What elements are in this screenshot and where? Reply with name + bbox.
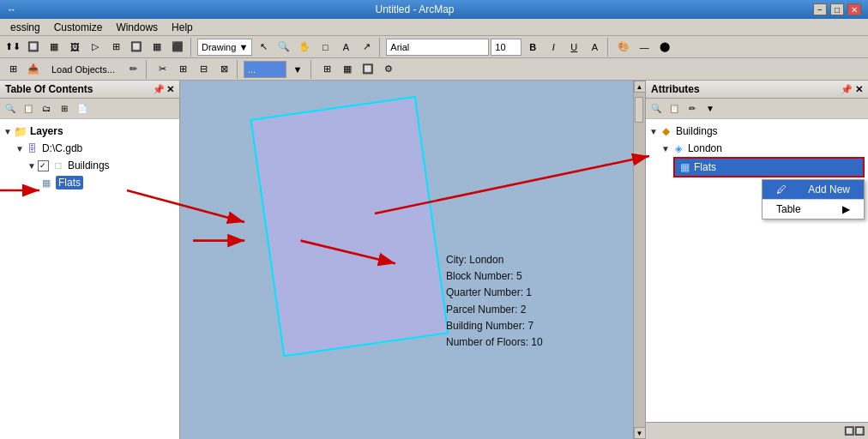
tb2-btn-8[interactable]: ▼ — [288, 60, 307, 79]
arrow-btn[interactable]: ↗ — [357, 38, 376, 57]
info-line-5: Building Number: 7 — [446, 318, 543, 334]
toc-layers-group[interactable]: ▼ 📁 Layers — [3, 123, 176, 140]
attr-pin-icon[interactable]: 📌 — [841, 84, 853, 95]
attr-item-buildings[interactable]: ▼ ◆ Buildings — [649, 123, 865, 140]
toc-close-btn[interactable]: ✕ — [166, 84, 174, 95]
tb2-btn-5[interactable]: ⊞ — [173, 60, 192, 79]
tb2-btn-1[interactable]: ⊞ — [3, 60, 22, 79]
toc-tb-btn-3[interactable]: 🗂 — [38, 100, 55, 117]
tool-btn-5[interactable]: ▷ — [86, 38, 105, 57]
buildings-expand-icon: ▼ — [27, 161, 36, 171]
layers-expand-icon: ▼ — [3, 127, 12, 136]
layers-folder-icon: 📁 — [14, 124, 27, 138]
toc-item-db[interactable]: ▼ 🗄 D:\C.gdb — [15, 140, 176, 157]
scroll-up-btn[interactable]: ▲ — [634, 81, 646, 93]
bold-btn[interactable]: B — [523, 38, 542, 57]
buildings-icon: □ — [51, 159, 65, 172]
pan-btn[interactable]: ✋ — [295, 38, 314, 57]
tb2-dropdown-1[interactable]: ... — [244, 61, 286, 78]
toc-pin-icon[interactable]: 📌 — [153, 84, 165, 95]
cursor-btn[interactable]: ↖ — [254, 38, 273, 57]
toc-tb-btn-4[interactable]: ⊞ — [56, 100, 73, 117]
drawing-dropdown[interactable]: Drawing ▼ — [197, 39, 252, 56]
tool-btn-7[interactable]: 🔲 — [127, 38, 146, 57]
color-btn[interactable]: 🎨 — [614, 38, 633, 57]
close-button[interactable]: ✕ — [847, 3, 861, 15]
attr-tb-btn-1[interactable]: 🔍 — [648, 100, 665, 117]
toc-item-buildings[interactable]: ▼ ✓ □ Buildings — [27, 157, 176, 174]
attr-item-flats[interactable]: ▦ Flats — [673, 157, 865, 177]
toc-item-flats[interactable]: ▦ Flats — [39, 174, 176, 191]
attr-buildings-expand: ▼ — [649, 127, 658, 136]
tool-btn-8[interactable]: ▦ — [148, 38, 166, 57]
info-line-1: City: London — [446, 252, 543, 268]
font-dropdown[interactable]: Arial — [386, 39, 489, 56]
attr-buildings-label: Buildings — [676, 125, 718, 137]
tool-btn-1[interactable]: ⬆⬇ — [3, 38, 22, 57]
attr-london-label: London — [688, 142, 722, 154]
buildings-checkbox[interactable]: ✓ — [38, 160, 49, 171]
tool-btn-4[interactable]: 🖼 — [65, 38, 84, 57]
sep-6 — [310, 60, 314, 79]
tool-btn-2[interactable]: 🔲 — [24, 38, 43, 57]
sep-5 — [237, 60, 240, 79]
menu-customize[interactable]: Customize — [47, 20, 110, 35]
tb2-btn-4[interactable]: ✂ — [153, 60, 172, 79]
map-area[interactable]: City: London Block Number: 5 Quarter Num… — [180, 81, 645, 439]
add-new-icon: 🖊 — [776, 183, 787, 195]
scroll-track[interactable] — [634, 93, 645, 427]
layers-label: Layers — [30, 125, 63, 137]
map-info-box: City: London Block Number: 5 Quarter Num… — [446, 252, 543, 351]
menu-help[interactable]: Help — [165, 20, 200, 35]
attr-header-icons: 📌 ✕ — [841, 84, 863, 95]
tb2-btn-3[interactable]: ✏ — [124, 60, 142, 79]
fontsize-dropdown[interactable]: 10 — [491, 39, 521, 56]
tool-btn-3[interactable]: ▦ — [45, 38, 63, 57]
scroll-down-btn[interactable]: ▼ — [634, 427, 646, 439]
tb2-btn-2[interactable]: 📥 — [24, 60, 43, 79]
toc-tb-btn-5[interactable]: 📄 — [74, 100, 91, 117]
italic-btn[interactable]: I — [544, 38, 563, 57]
attr-tb-btn-4[interactable]: ▼ — [702, 100, 719, 117]
tool-btn-9[interactable]: ⬛ — [168, 38, 187, 57]
minimize-button[interactable]: − — [813, 3, 827, 15]
underline-btn[interactable]: U — [564, 38, 583, 57]
tb2-btn-9[interactable]: ⊞ — [317, 60, 336, 79]
tb2-btn-11[interactable]: 🔲 — [359, 60, 377, 79]
line-btn[interactable]: — — [635, 38, 654, 57]
attr-london-expand: ▼ — [661, 144, 670, 153]
font-color-btn[interactable]: A — [585, 38, 604, 57]
buildings-label: Buildings — [68, 159, 110, 171]
tb2-btn-7[interactable]: ⊠ — [214, 60, 233, 79]
attr-close-btn[interactable]: ✕ — [855, 84, 863, 95]
toc-header-icons: 📌 ✕ — [153, 84, 174, 95]
attr-flats-label: Flats — [694, 161, 716, 173]
tool-btn-6[interactable]: ⊞ — [106, 38, 125, 57]
select-btn[interactable]: □ — [316, 38, 335, 57]
attr-panel: Attributes 📌 ✕ 🔍 📋 ✏ ▼ ▼ ◆ Buildings ▼ ◈ — [645, 81, 868, 439]
zoom-btn[interactable]: 🔍 — [274, 38, 293, 57]
tb2-btn-6[interactable]: ⊟ — [194, 60, 213, 79]
fill-btn[interactable]: ⬤ — [655, 38, 674, 57]
maximize-button[interactable]: □ — [830, 3, 844, 15]
menu-essing[interactable]: essing — [3, 20, 47, 35]
scroll-thumb[interactable] — [635, 97, 643, 123]
toc-panel: Table Of Contents 📌 ✕ 🔍 📋 🗂 ⊞ 📄 ▼ 📁 Laye… — [0, 81, 180, 439]
title-bar-spacer: ↔ — [7, 4, 16, 15]
toc-tb-btn-1[interactable]: 🔍 — [2, 100, 19, 117]
load-objects-btn[interactable]: Load Objects... — [45, 60, 122, 79]
context-menu-add-new[interactable]: 🖊 Add New — [763, 180, 864, 199]
map-scrollbar[interactable]: ▲ ▼ — [633, 81, 645, 439]
attr-item-london[interactable]: ▼ ◈ London — [661, 140, 865, 157]
text-btn[interactable]: A — [336, 38, 355, 57]
tb2-btn-12[interactable]: ⚙ — [379, 60, 398, 79]
toc-content: ▼ 📁 Layers ▼ 🗄 D:\C.gdb ▼ ✓ □ Buildings … — [0, 119, 179, 439]
attr-tb-btn-3[interactable]: ✏ — [684, 100, 701, 117]
menu-windows[interactable]: Windows — [109, 20, 165, 35]
table-label: Table — [776, 203, 801, 215]
toc-tb-btn-2[interactable]: 📋 — [20, 100, 37, 117]
title-bar: ↔ Untitled - ArcMap − □ ✕ — [0, 0, 868, 19]
attr-tb-btn-2[interactable]: 📋 — [666, 100, 683, 117]
tb2-btn-10[interactable]: ▦ — [338, 60, 357, 79]
context-menu-table[interactable]: Table ▶ — [763, 200, 864, 219]
